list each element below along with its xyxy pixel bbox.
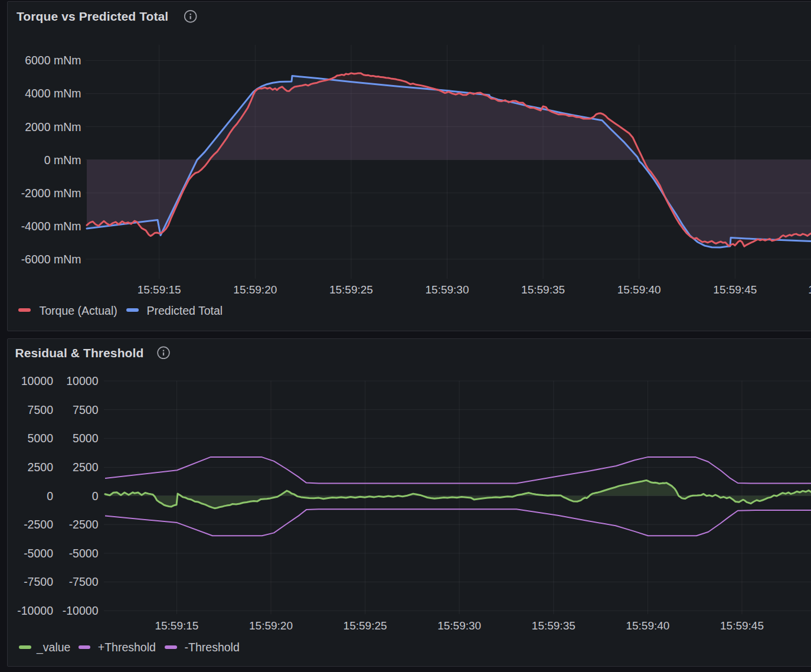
svg-text:5000: 5000 bbox=[73, 432, 99, 445]
svg-text:15:59:30: 15:59:30 bbox=[437, 619, 481, 632]
svg-text:15:59:50: 15:59:50 bbox=[808, 283, 811, 296]
svg-text:-4000 mNm: -4000 mNm bbox=[21, 220, 81, 233]
svg-text:-10000: -10000 bbox=[17, 604, 53, 617]
svg-text:10000: 10000 bbox=[21, 374, 53, 387]
svg-text:6000 mNm: 6000 mNm bbox=[25, 54, 81, 67]
svg-text:15:59:35: 15:59:35 bbox=[521, 283, 565, 296]
svg-text:15:59:15: 15:59:15 bbox=[138, 283, 181, 296]
svg-text:10000: 10000 bbox=[66, 374, 98, 387]
svg-text:15:59:20: 15:59:20 bbox=[249, 619, 293, 632]
svg-text:2000 mNm: 2000 mNm bbox=[25, 120, 81, 133]
svg-text:7500: 7500 bbox=[28, 403, 54, 416]
svg-text:15:59:35: 15:59:35 bbox=[532, 619, 575, 632]
svg-text:-7500: -7500 bbox=[24, 575, 53, 588]
svg-text:15:59:25: 15:59:25 bbox=[344, 619, 387, 632]
svg-text:-6000 mNm: -6000 mNm bbox=[21, 253, 81, 266]
svg-text:15:59:40: 15:59:40 bbox=[626, 619, 669, 632]
svg-text:-7500: -7500 bbox=[69, 575, 99, 588]
svg-text:-5000: -5000 bbox=[69, 547, 99, 560]
svg-text:-10000: -10000 bbox=[63, 604, 99, 617]
svg-text:2500: 2500 bbox=[28, 461, 54, 474]
svg-text:-2000 mNm: -2000 mNm bbox=[21, 187, 81, 200]
svg-text:-2500: -2500 bbox=[69, 518, 99, 531]
svg-text:5000: 5000 bbox=[28, 432, 54, 445]
svg-text:15:59:45: 15:59:45 bbox=[720, 619, 764, 632]
svg-text:15:59:45: 15:59:45 bbox=[713, 283, 757, 296]
svg-text:15:59:15: 15:59:15 bbox=[155, 619, 198, 632]
svg-text:4000 mNm: 4000 mNm bbox=[25, 87, 81, 100]
svg-text:0: 0 bbox=[92, 490, 99, 503]
svg-text:2500: 2500 bbox=[73, 461, 99, 474]
svg-text:-2500: -2500 bbox=[24, 518, 53, 531]
svg-text:15:59:40: 15:59:40 bbox=[617, 283, 661, 296]
svg-text:0 mNm: 0 mNm bbox=[44, 154, 81, 167]
svg-text:15:59:25: 15:59:25 bbox=[329, 283, 373, 296]
svg-text:0: 0 bbox=[47, 490, 53, 503]
svg-text:15:59:30: 15:59:30 bbox=[426, 283, 469, 296]
svg-text:7500: 7500 bbox=[73, 403, 99, 416]
svg-text:-5000: -5000 bbox=[24, 547, 53, 560]
svg-text:15:59:20: 15:59:20 bbox=[233, 283, 277, 296]
